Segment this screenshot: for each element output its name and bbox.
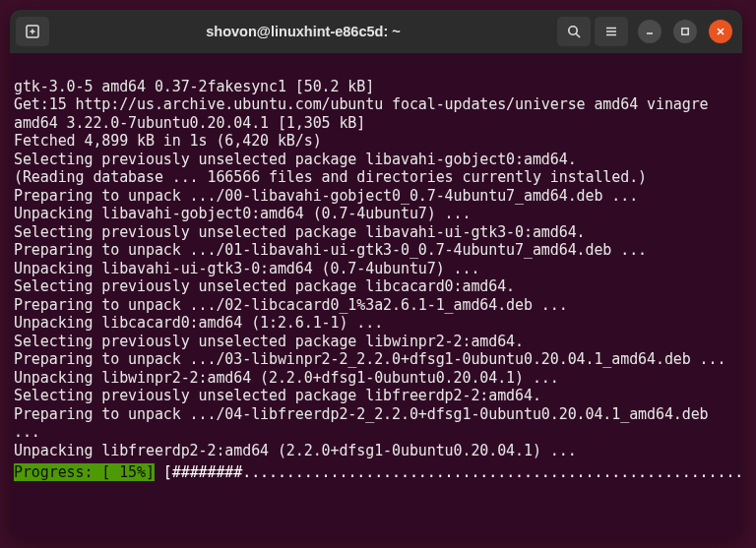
terminal-line: Selecting previously unselected package … <box>14 387 541 404</box>
terminal-line: Fetched 4,899 kB in 1s (6,420 kB/s) <box>14 132 322 150</box>
terminal-line: Selecting previously unselected package … <box>14 151 577 168</box>
terminal-line: Get:15 http://us.archive.ubuntu.com/ubun… <box>14 95 740 132</box>
terminal-line: Unpacking libavahi-ui-gtk3-0:amd64 (0.7-… <box>14 260 479 277</box>
terminal-line: Preparing to unpack .../01-libavahi-ui-g… <box>14 241 647 259</box>
terminal-line: Selecting previously unselected package … <box>14 333 524 350</box>
close-button[interactable] <box>709 20 732 43</box>
terminal-window: shovon@linuxhint-e86c5d: ~ gtk-3.0-5 am <box>10 10 742 537</box>
svg-rect-2 <box>682 29 688 34</box>
terminal-line: gtk-3.0-5 amd64 0.37-2fakesync1 [50.2 kB… <box>14 78 374 95</box>
terminal-line: Selecting previously unselected package … <box>14 223 586 241</box>
terminal-line: Preparing to unpack .../02-libcacard0_1%… <box>14 296 568 314</box>
terminal-line: Selecting previously unselected package … <box>14 277 515 295</box>
progress-line: Progress: [ 15%] [########..............… <box>14 463 738 482</box>
window-title: shovon@linuxhint-e86c5d: ~ <box>53 24 553 39</box>
search-button[interactable] <box>557 17 591 46</box>
new-tab-button[interactable] <box>16 17 49 46</box>
terminal-body[interactable]: gtk-3.0-5 amd64 0.37-2fakesync1 [50.2 kB… <box>10 53 742 486</box>
titlebar: shovon@linuxhint-e86c5d: ~ <box>10 10 742 53</box>
terminal-line: Preparing to unpack .../04-libfreerdp2-2… <box>14 405 740 442</box>
minimize-button[interactable] <box>638 20 662 43</box>
terminal-line: Unpacking libfreerdp2-2:amd64 (2.2.0+dfs… <box>14 442 577 459</box>
terminal-line: (Reading database ... 166566 files and d… <box>14 168 647 186</box>
terminal-line: Unpacking libwinpr2-2:amd64 (2.2.0+dfsg1… <box>14 369 559 387</box>
svg-point-1 <box>569 27 577 34</box>
progress-label: Progress: [ 15%] <box>14 463 155 481</box>
terminal-line: Unpacking libcacard0:amd64 (1:2.6.1-1) .… <box>14 314 383 332</box>
terminal-line: Preparing to unpack .../03-libwinpr2-2_2… <box>14 350 740 369</box>
window-controls <box>638 20 732 43</box>
progress-bar: [########...............................… <box>155 463 742 481</box>
menu-button[interactable] <box>595 17 628 46</box>
terminal-line: Unpacking libavahi-gobject0:amd64 (0.7-4… <box>14 205 471 222</box>
terminal-line: Preparing to unpack .../00-libavahi-gobj… <box>14 187 638 205</box>
maximize-button[interactable] <box>673 20 697 43</box>
